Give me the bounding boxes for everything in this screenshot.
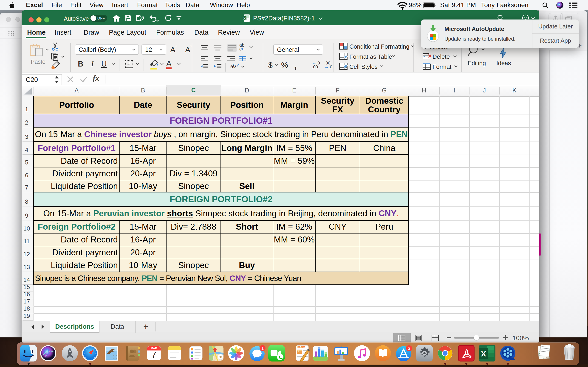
svg-text:MAR: MAR — [151, 347, 157, 350]
svg-text:1: 1 — [261, 346, 264, 351]
svg-text:7: 7 — [151, 350, 156, 360]
svg-text:XLSX: XLSX — [543, 357, 550, 360]
svg-text:X: X — [481, 349, 486, 358]
svg-text:X: X — [243, 16, 246, 20]
svg-text:3D: 3D — [219, 356, 222, 359]
svg-text:PAGES: PAGES — [297, 346, 305, 349]
svg-text:3: 3 — [408, 346, 410, 351]
